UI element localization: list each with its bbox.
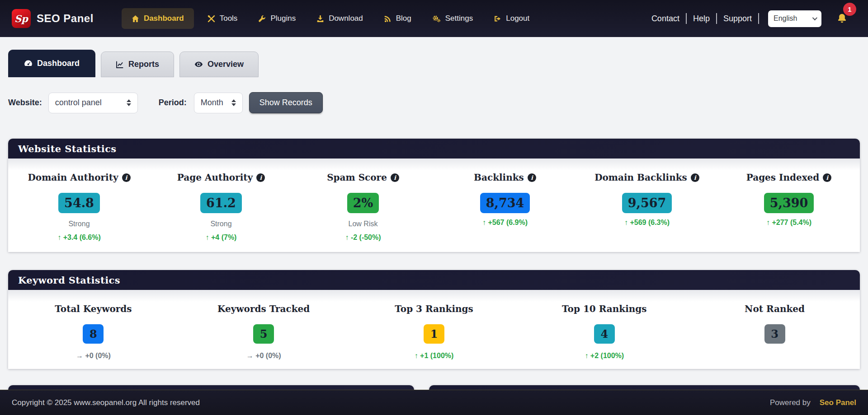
stat-total-keywords: Total Keywords 8 → +0 (0%) <box>8 303 179 360</box>
nav-item-dashboard[interactable]: Dashboard <box>122 8 194 29</box>
nav-item-icon <box>208 15 215 23</box>
stat-status: Strong <box>68 220 90 228</box>
stat-trend: ↑ +569 (6.3%) <box>624 219 670 227</box>
stat-domain-backlinks: Domain Backlinks i 9,567 ↑ +569 (6.3%) <box>576 172 718 242</box>
nav-link-contact[interactable]: Contact <box>651 14 679 23</box>
stat-trend: ↑ -2 (-50%) <box>345 233 381 242</box>
nav-item-icon <box>384 15 392 23</box>
nav-item-icon <box>432 15 441 23</box>
navbar-right: Contact Help Support English 1 <box>651 10 847 27</box>
info-icon[interactable]: i <box>122 173 131 182</box>
keyword-statistics-body: Total Keywords 8 → +0 (0%) Keywords Trac… <box>8 290 860 369</box>
stat-value-badge: 8 <box>83 324 104 344</box>
nav-item-plugins[interactable]: Plugins <box>251 8 303 29</box>
stat-value-badge: 54.8 <box>58 193 100 213</box>
tab-icon <box>24 59 33 68</box>
nav-item-icon <box>258 15 266 23</box>
nav-item-settings[interactable]: Settings <box>425 8 480 29</box>
notification-count-badge: 1 <box>843 3 856 16</box>
stat-top-3-rankings: Top 3 Rankings 1 ↑ +1 (100%) <box>349 303 519 360</box>
stat-label: Keywords Tracked <box>217 303 310 314</box>
stat-value-badge: 2% <box>347 193 379 213</box>
stat-not-ranked: Not Ranked 3 <box>689 303 860 360</box>
website-statistics-panel: Website Statistics Domain Authority i 54… <box>8 139 860 252</box>
website-statistics-body: Domain Authority i 54.8 Strong ↑ +3.4 (6… <box>8 159 860 252</box>
tab-icon <box>116 61 124 69</box>
nav-item-icon <box>132 15 139 23</box>
tab-label: Overview <box>208 60 244 69</box>
stat-value-badge: 9,567 <box>622 193 672 213</box>
period-selected-value: Month <box>201 98 223 107</box>
stat-keywords-tracked: Keywords Tracked 5 → +0 (0%) <box>179 303 349 360</box>
stat-trend: ↑ +277 (5.4%) <box>766 219 811 227</box>
tab-label: Reports <box>128 60 159 69</box>
website-statistics-title: Website Statistics <box>8 139 860 159</box>
period-label: Period: <box>159 98 187 107</box>
stat-value-badge: 8,734 <box>480 193 530 213</box>
chevron-down-icon <box>812 15 817 20</box>
nav-item-blog[interactable]: Blog <box>377 8 419 29</box>
notifications-button[interactable]: 1 <box>837 13 847 25</box>
nav-item-label: Logout <box>506 14 529 23</box>
website-select[interactable]: control panel <box>48 93 138 113</box>
info-icon[interactable]: i <box>823 173 831 182</box>
stat-label: Not Ranked <box>745 303 805 314</box>
nav-item-icon <box>494 15 501 23</box>
stat-status: Low Risk <box>349 220 378 228</box>
info-icon[interactable]: i <box>391 173 399 182</box>
stat-domain-authority: Domain Authority i 54.8 Strong ↑ +3.4 (6… <box>8 172 150 242</box>
nav-item-icon <box>316 15 324 23</box>
stat-label: Domain Backlinks <box>594 172 687 183</box>
stat-top-10-rankings: Top 10 Rankings 4 ↑ +2 (100%) <box>519 303 689 360</box>
nav-item-label: Download <box>329 14 363 23</box>
stat-backlinks: Backlinks i 8,734 ↑ +567 (6.9%) <box>434 172 576 242</box>
stat-trend: → +0 (0%) <box>76 352 111 360</box>
stat-trend: ↑ +3.4 (6.6%) <box>57 233 101 242</box>
stat-label: Top 10 Rankings <box>562 303 647 314</box>
nav-link-support[interactable]: Support <box>723 14 752 23</box>
stat-value-badge: 4 <box>594 324 615 344</box>
info-icon[interactable]: i <box>256 173 265 182</box>
stat-label: Top 3 Rankings <box>395 303 473 314</box>
nav-item-label: Dashboard <box>144 14 184 23</box>
tab-reports[interactable]: Reports <box>101 51 174 77</box>
divider <box>686 13 687 24</box>
filter-row: Website: control panel Period: Month Sho… <box>8 92 860 113</box>
period-select[interactable]: Month <box>194 93 243 113</box>
website-selected-value: control panel <box>55 98 102 107</box>
stat-value-badge: 61.2 <box>200 193 242 213</box>
stat-value-badge: 5,390 <box>764 193 814 213</box>
stat-label: Backlinks <box>474 172 524 183</box>
brand-home-link[interactable]: Sp SEO Panel <box>12 9 94 28</box>
language-select[interactable]: English <box>768 10 821 27</box>
show-records-button[interactable]: Show Records <box>249 92 323 113</box>
dashboard-tabs: Dashboard Reports Overview <box>8 50 860 77</box>
tab-icon <box>194 60 203 69</box>
language-selected: English <box>774 14 797 23</box>
stat-status: Strong <box>210 220 231 228</box>
tab-overview[interactable]: Overview <box>179 51 259 77</box>
nav-item-label: Tools <box>220 14 238 23</box>
top-navbar: Sp SEO Panel Dashboard Tools Plugins Dow… <box>0 0 868 37</box>
website-label: Website: <box>8 98 42 107</box>
seo-panel-logo: Sp <box>12 9 31 28</box>
tab-dashboard[interactable]: Dashboard <box>8 50 95 77</box>
nav-item-tools[interactable]: Tools <box>200 8 245 29</box>
stat-value-badge: 5 <box>253 324 274 344</box>
info-icon[interactable]: i <box>528 173 536 182</box>
select-arrows-icon <box>127 99 131 106</box>
divider <box>758 13 759 24</box>
stat-pages-indexed: Pages Indexed i 5,390 ↑ +277 (5.4%) <box>718 172 860 242</box>
brand-name: SEO Panel <box>37 12 94 25</box>
nav-link-help[interactable]: Help <box>693 14 710 23</box>
powered-by-brand-link[interactable]: Seo Panel <box>820 398 856 407</box>
info-icon[interactable]: i <box>691 173 699 182</box>
stat-trend: ↑ +2 (100%) <box>585 352 624 360</box>
stat-trend: ↑ +567 (6.9%) <box>482 219 528 227</box>
nav-item-download[interactable]: Download <box>309 8 370 29</box>
keyword-statistics-panel: Keyword Statistics Total Keywords 8 → +0… <box>8 270 860 369</box>
powered-by: Powered by Seo Panel <box>770 398 856 407</box>
keyword-statistics-title: Keyword Statistics <box>8 270 860 290</box>
nav-item-logout[interactable]: Logout <box>486 8 537 29</box>
stat-trend: ↑ +4 (7%) <box>206 233 237 242</box>
